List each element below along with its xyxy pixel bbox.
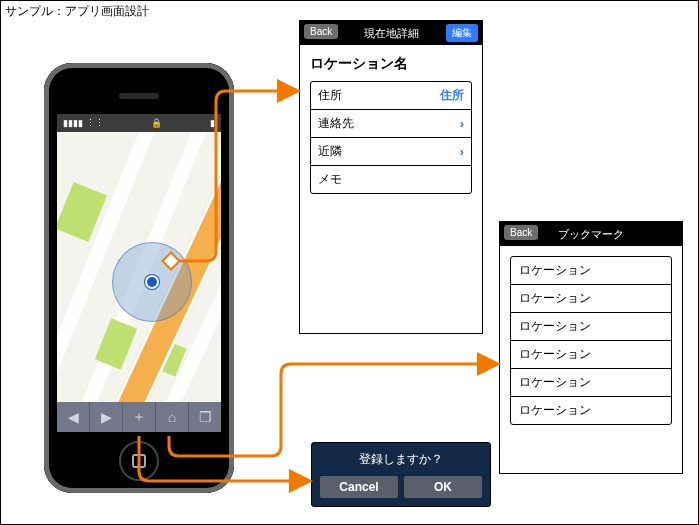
ok-button[interactable]: OK xyxy=(404,476,482,498)
bookmark-item[interactable]: ロケーション xyxy=(511,313,671,341)
tabs-button[interactable]: ❐ xyxy=(189,402,221,432)
home-button[interactable] xyxy=(119,441,159,481)
detail-title: 現在地詳細 xyxy=(364,26,419,41)
phone-toolbar: ◀ ▶ ＋ ⌂ ❐ xyxy=(57,402,221,432)
confirm-dialog: 登録しますか？ Cancel OK xyxy=(311,442,491,507)
row-label: メモ xyxy=(318,171,342,188)
add-button[interactable]: ＋ xyxy=(123,402,156,432)
cancel-button[interactable]: Cancel xyxy=(320,476,398,498)
phone-speaker xyxy=(119,93,159,99)
bookmark-item[interactable]: ロケーション xyxy=(511,341,671,369)
nav-back-button[interactable]: ◀ xyxy=(57,402,90,432)
nav-forward-button[interactable]: ▶ xyxy=(90,402,123,432)
chevron-right-icon: › xyxy=(460,144,464,159)
battery-icon: ▮ xyxy=(210,118,215,128)
bookmark-item[interactable]: ロケーション xyxy=(511,285,671,313)
row-label: 近隣 xyxy=(318,143,342,160)
detail-header: Back 現在地詳細 編集 xyxy=(300,21,482,45)
page-title: サンプル：アプリ画面設計 xyxy=(5,3,149,20)
lock-icon: 🔒 xyxy=(151,118,162,128)
location-name-heading: ロケーション名 xyxy=(310,55,472,73)
row-value: 住所 xyxy=(440,87,464,104)
current-location-dot-icon xyxy=(145,275,159,289)
bookmarks-button[interactable]: ⌂ xyxy=(156,402,189,432)
bookmark-item[interactable]: ロケーション xyxy=(511,397,671,424)
signal-icon: ▮▮▮▮ ⋮⋮ xyxy=(63,118,104,128)
detail-row[interactable]: メモ xyxy=(311,166,471,193)
back-button[interactable]: Back xyxy=(304,24,338,39)
detail-row[interactable]: 連絡先› xyxy=(311,110,471,138)
detail-row[interactable]: 住所住所 xyxy=(311,82,471,110)
bookmark-item[interactable]: ロケーション xyxy=(511,257,671,285)
phone-screen: ▮▮▮▮ ⋮⋮ 🔒 ▮ ◀ ▶ ＋ ⌂ ❐ xyxy=(56,113,222,433)
chevron-right-icon: › xyxy=(460,116,464,131)
location-detail-panel: Back 現在地詳細 編集 ロケーション名 住所住所連絡先›近隣›メモ xyxy=(299,20,483,334)
dialog-message: 登録しますか？ xyxy=(320,451,482,468)
bookmark-item[interactable]: ロケーション xyxy=(511,369,671,397)
edit-button[interactable]: 編集 xyxy=(446,24,478,42)
back-button[interactable]: Back xyxy=(504,225,538,240)
map-area[interactable] xyxy=(57,132,221,402)
row-label: 住所 xyxy=(318,87,342,104)
row-label: 連絡先 xyxy=(318,115,354,132)
bookmark-title: ブックマーク xyxy=(558,227,624,242)
bookmark-panel: Back ブックマーク ロケーションロケーションロケーションロケーションロケーシ… xyxy=(499,221,683,474)
detail-row[interactable]: 近隣› xyxy=(311,138,471,166)
status-bar: ▮▮▮▮ ⋮⋮ 🔒 ▮ xyxy=(57,114,221,132)
bookmark-header: Back ブックマーク xyxy=(500,222,682,246)
phone-mockup: ▮▮▮▮ ⋮⋮ 🔒 ▮ ◀ ▶ ＋ ⌂ ❐ xyxy=(44,63,234,493)
